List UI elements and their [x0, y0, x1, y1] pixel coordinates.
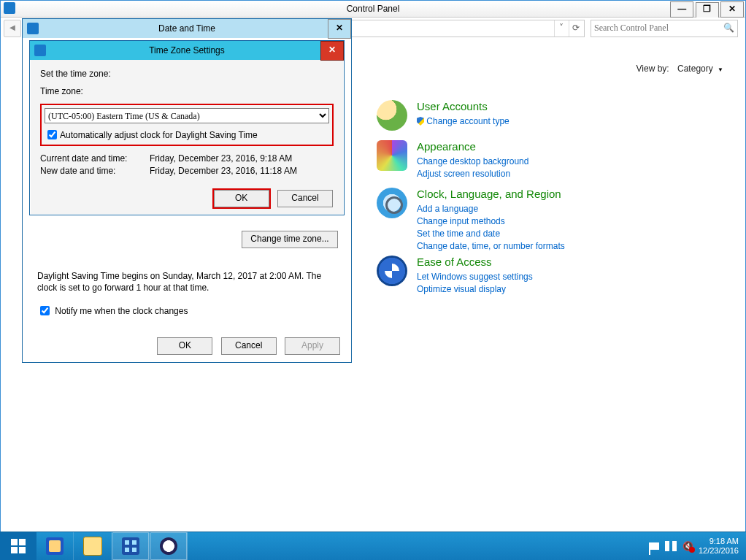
notify-label: Notify me when the clock changes — [55, 306, 188, 316]
maximize-button[interactable]: ❐ — [696, 2, 719, 18]
category-clock-language-region: Clock, Language, and Region Add a langua… — [377, 188, 565, 253]
link-change-formats[interactable]: Change date, time, or number formats — [417, 240, 565, 253]
window-title: Control Panel — [347, 4, 400, 14]
new-value: Friday, December 23, 2016, 11:18 AM — [150, 166, 297, 176]
tray-clock[interactable]: 9:18 AM 12/23/2016 — [699, 537, 742, 556]
network-icon[interactable] — [665, 541, 677, 551]
start-button[interactable] — [0, 532, 36, 560]
current-label: Current date and time: — [40, 153, 150, 164]
view-by-label: View by: — [637, 64, 669, 74]
cancel-button[interactable]: Cancel — [221, 337, 277, 355]
notify-checkbox-row[interactable]: Notify me when the clock changes — [37, 306, 188, 316]
highlighted-timezone-area: (UTC-05:00) Eastern Time (US & Canada) A… — [40, 104, 334, 146]
close-button[interactable]: ✕ — [328, 19, 351, 39]
link-suggest-settings[interactable]: Let Windows suggest settings — [417, 271, 533, 283]
dialog-title: Date and Time — [158, 23, 215, 34]
taskbar-date-time[interactable] — [150, 532, 188, 560]
search-input[interactable] — [591, 20, 721, 35]
user-accounts-icon — [377, 100, 407, 131]
taskbar-file-explorer[interactable] — [74, 532, 112, 560]
file-explorer-icon — [83, 537, 102, 556]
link-screen-resolution[interactable]: Adjust screen resolution — [417, 168, 528, 180]
tray-time: 9:18 AM — [699, 537, 739, 546]
windows-icon — [11, 539, 26, 553]
clock-icon — [160, 537, 177, 555]
time-zone-settings-dialog: Time Zone Settings ✕ Set the time zone: … — [29, 40, 345, 215]
set-time-zone-label: Set the time zone: — [40, 69, 334, 79]
chevron-down-icon: ▼ — [718, 66, 723, 73]
minimize-button[interactable]: — — [670, 1, 693, 18]
category-heading[interactable]: User Accounts — [417, 100, 509, 112]
taskbar-server-manager[interactable] — [36, 532, 74, 560]
new-label: New date and time: — [40, 166, 150, 176]
link-add-language[interactable]: Add a language — [417, 203, 565, 215]
appearance-icon — [377, 140, 407, 171]
category-heading[interactable]: Ease of Access — [417, 256, 533, 268]
ok-button[interactable]: OK — [214, 190, 269, 207]
clock-language-region-icon — [377, 188, 407, 218]
ok-button[interactable]: OK — [157, 337, 212, 355]
control-panel-icon — [122, 537, 139, 555]
category-heading[interactable]: Appearance — [417, 140, 528, 153]
date-time-titlebar: Date and Time ✕ — [23, 19, 351, 38]
nav-back-button[interactable]: ◄ — [4, 20, 21, 37]
search-box[interactable]: 🔍 — [591, 20, 738, 37]
link-optimize-display[interactable]: Optimize visual display — [417, 283, 533, 296]
address-dropdown-icon[interactable]: ˅ — [554, 20, 568, 37]
dialog-title: Time Zone Settings — [149, 45, 225, 55]
apply-button[interactable]: Apply — [285, 337, 340, 355]
auto-dst-row[interactable]: Automatically adjust clock for Daylight … — [45, 128, 329, 142]
link-set-time-date[interactable]: Set the time and date — [417, 228, 565, 240]
link-change-account-type[interactable]: Change account type — [417, 115, 509, 128]
auto-dst-label: Automatically adjust clock for Daylight … — [60, 130, 258, 140]
category-user-accounts: User Accounts Change account type — [377, 100, 509, 128]
taskbar: 9:18 AM 12/23/2016 — [0, 532, 746, 560]
category-appearance: Appearance Change desktop background Adj… — [377, 140, 528, 180]
shield-icon — [417, 117, 424, 126]
category-ease-of-access: Ease of Access Let Windows suggest setti… — [377, 256, 533, 296]
system-menu-icon[interactable] — [4, 2, 15, 14]
time-zone-select[interactable]: (UTC-05:00) Eastern Time (US & Canada) — [45, 108, 329, 123]
current-value: Friday, December 23, 2016, 9:18 AM — [150, 153, 292, 164]
dialog-sys-icon[interactable] — [34, 45, 46, 56]
control-panel-titlebar: Control Panel — ❐ ✕ — [1, 1, 745, 18]
taskbar-control-panel[interactable] — [112, 532, 150, 560]
change-time-zone-button[interactable]: Change time zone... — [242, 231, 338, 248]
close-button[interactable]: ✕ — [320, 41, 344, 61]
search-icon[interactable]: 🔍 — [723, 23, 734, 33]
auto-dst-checkbox[interactable] — [47, 130, 57, 139]
link-desktop-background[interactable]: Change desktop background — [417, 156, 528, 168]
action-center-icon[interactable] — [649, 542, 659, 550]
dst-note: Daylight Saving Time begins on Sunday, M… — [37, 270, 337, 294]
refresh-button[interactable]: ⟳ — [569, 20, 582, 37]
cancel-button[interactable]: Cancel — [277, 190, 333, 207]
time-zone-label: Time zone: — [40, 86, 334, 96]
notify-checkbox[interactable] — [40, 306, 50, 315]
category-heading[interactable]: Clock, Language, and Region — [417, 188, 565, 200]
view-by-selector[interactable]: View by: Category ▼ — [637, 64, 723, 74]
close-button[interactable]: ✕ — [720, 1, 744, 18]
ease-of-access-icon — [377, 256, 407, 286]
system-tray: 9:18 AM 12/23/2016 — [649, 532, 742, 560]
tray-date: 12/23/2016 — [699, 546, 739, 556]
dialog-sys-icon[interactable] — [27, 23, 39, 34]
link-change-input[interactable]: Change input methods — [417, 215, 565, 228]
server-manager-icon — [46, 537, 64, 555]
tz-titlebar: Time Zone Settings ✕ — [30, 41, 344, 60]
volume-icon[interactable] — [682, 541, 693, 551]
view-by-value: Category — [677, 64, 713, 74]
